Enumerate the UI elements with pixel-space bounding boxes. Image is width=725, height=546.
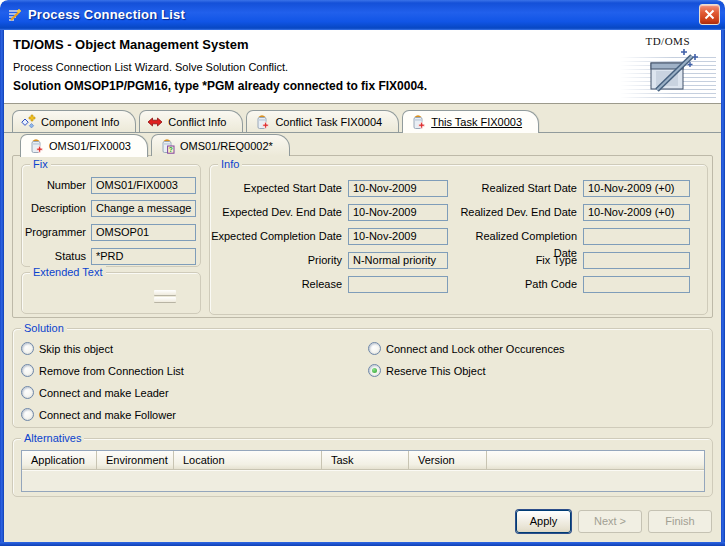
wizard-title: TD/OMS - Object Management System xyxy=(13,37,249,52)
alternatives-table-header: Application Environment Location Task Ve… xyxy=(22,451,704,470)
request-task-jar-icon: ? xyxy=(159,138,175,154)
number-field[interactable]: OMS01/FIX0003 xyxy=(91,177,196,194)
wizard-subtitle: Process Connection List Wizard. Solve So… xyxy=(13,61,288,73)
status-field[interactable]: *PRD xyxy=(91,248,196,265)
main-tab-folder: Component Info Conflict Info Conflict Ta… xyxy=(4,110,721,133)
logo-text: TD/OMS xyxy=(645,35,690,47)
window-border-bottom xyxy=(0,542,725,546)
number-label: Number xyxy=(24,177,86,194)
radio-label: Connect and Lock other Occurences xyxy=(386,343,565,355)
priority-label: Priority xyxy=(210,252,342,269)
column-header-location[interactable]: Location xyxy=(174,451,322,470)
radio-connect-and-make-leader[interactable]: Connect and make Leader xyxy=(21,385,169,400)
info-group-caption: Info xyxy=(218,157,242,171)
radio-label: Connect and make Leader xyxy=(39,387,169,399)
radio-connect-and-lock-other-occurences[interactable]: Connect and Lock other Occurences xyxy=(368,341,565,356)
wizard-window-icon xyxy=(648,47,706,95)
radio-connect-and-make-follower[interactable]: Connect and make Follower xyxy=(21,407,176,422)
column-header-task[interactable]: Task xyxy=(322,451,409,470)
description-field[interactable]: Change a message xyxy=(91,200,196,217)
extended-text-caption: Extended Text xyxy=(30,265,106,279)
expected-start-date-label: Expected Start Date xyxy=(210,180,342,197)
fix-group: Fix Number OMS01/FIX0003 Description Cha… xyxy=(21,164,201,267)
radio-label: Reserve This Object xyxy=(386,365,485,377)
fix-task-jar-icon xyxy=(254,114,270,130)
radio-icon xyxy=(21,342,34,355)
expected-completion-date-label: Expected Completion Date xyxy=(210,228,342,245)
wizard-icon xyxy=(7,7,23,23)
radio-icon xyxy=(21,364,34,377)
radio-skip-this-object[interactable]: Skip this object xyxy=(21,341,113,356)
wizard-conflict-message: Solution OMSOP1P/PGM16, type *PGM alread… xyxy=(13,79,427,93)
radio-label: Remove from Connection List xyxy=(39,365,184,377)
expected-completion-date-field[interactable]: 10-Nov-2009 xyxy=(348,228,448,245)
tab-label: Conflict Info xyxy=(168,116,226,128)
expected-dev-end-date-label: Expected Dev. End Date xyxy=(210,204,342,221)
text-lines-icon xyxy=(154,297,176,302)
expected-start-date-field[interactable]: 10-Nov-2009 xyxy=(348,180,448,197)
tab-label: Component Info xyxy=(41,116,119,128)
svg-text:?: ? xyxy=(169,145,173,152)
tab-label: OMS01/FIX0003 xyxy=(49,140,131,152)
alternatives-table-body xyxy=(22,470,704,491)
solution-group-caption: Solution xyxy=(21,321,67,335)
info-group: Info Expected Start Date 10-Nov-2009 Exp… xyxy=(209,164,708,315)
priority-field[interactable]: N-Normal priority xyxy=(348,252,448,269)
radio-icon xyxy=(21,408,34,421)
release-label: Release xyxy=(210,276,342,293)
column-header-version[interactable]: Version xyxy=(409,451,487,470)
tab-label: OMS01/REQ0002* xyxy=(180,140,273,152)
realized-completion-date-field[interactable] xyxy=(583,228,690,245)
alternatives-table: Application Environment Location Task Ve… xyxy=(21,450,705,492)
finish-button[interactable]: Finish xyxy=(648,510,712,533)
alternatives-group-caption: Alternatives xyxy=(21,431,84,445)
next-button[interactable]: Next > xyxy=(578,510,642,533)
solution-group: Solution Skip this object Remove from Co… xyxy=(12,328,713,428)
tdoms-logo: TD/OMS xyxy=(620,31,716,101)
expected-dev-end-date-field[interactable]: 10-Nov-2009 xyxy=(348,204,448,221)
task-subtab-folder: OMS01/FIX0003 ? OMS01/REQ0002* xyxy=(4,133,721,156)
apply-button[interactable]: Apply xyxy=(516,510,571,533)
programmer-field[interactable]: OMSOP01 xyxy=(91,224,196,241)
description-label: Description xyxy=(24,200,86,217)
status-label: Status xyxy=(24,248,86,265)
realized-start-date-label: Realized Start Date xyxy=(453,180,577,197)
fix-type-label: Fix Type xyxy=(453,252,577,269)
window-border-left xyxy=(0,30,4,546)
radio-icon xyxy=(368,342,381,355)
programmer-label: Programmer xyxy=(24,224,86,241)
radio-reserve-this-object[interactable]: Reserve This Object xyxy=(368,363,485,378)
alternatives-group: Alternatives Application Environment Loc… xyxy=(12,438,713,497)
extended-text-button[interactable] xyxy=(154,290,176,306)
fix-task-jar-icon xyxy=(28,138,44,154)
tab-this-task-fix0003[interactable]: This Task FIX0003 xyxy=(402,110,539,133)
release-field[interactable] xyxy=(348,276,448,293)
radio-icon xyxy=(21,386,34,399)
process-connection-list-dialog: Process Connection List TD/OMS - Object … xyxy=(0,0,725,546)
tab-conflict-task-fix0004[interactable]: Conflict Task FIX0004 xyxy=(246,110,399,132)
close-button[interactable] xyxy=(699,4,720,25)
subtab-oms01-fix0003[interactable]: OMS01/FIX0003 xyxy=(20,134,148,157)
column-header-application[interactable]: Application xyxy=(22,451,97,470)
text-lines-icon xyxy=(154,290,176,295)
subtab-oms01-req0002[interactable]: ? OMS01/REQ0002* xyxy=(151,134,290,156)
fix-group-caption: Fix xyxy=(30,157,51,171)
column-header-environment[interactable]: Environment xyxy=(97,451,174,470)
realized-start-date-field[interactable]: 10-Nov-2009 (+0) xyxy=(583,180,690,197)
path-code-field[interactable] xyxy=(583,276,690,293)
fix-task-jar-icon xyxy=(410,114,426,130)
extended-text-group: Extended Text xyxy=(21,272,201,314)
component-info-icon xyxy=(20,114,36,130)
radio-selected-icon xyxy=(368,364,381,377)
fix-type-field[interactable] xyxy=(583,252,690,269)
tab-conflict-info[interactable]: Conflict Info xyxy=(139,110,243,132)
path-code-label: Path Code xyxy=(453,276,577,293)
tab-component-info[interactable]: Component Info xyxy=(12,110,136,132)
realized-dev-end-date-field[interactable]: 10-Nov-2009 (+0) xyxy=(583,204,690,221)
titlebar[interactable]: Process Connection List xyxy=(0,0,725,30)
close-icon xyxy=(704,9,715,20)
window-border-right xyxy=(721,30,725,546)
radio-remove-from-connection-list[interactable]: Remove from Connection List xyxy=(21,363,184,378)
conflict-arrows-icon xyxy=(147,114,163,130)
column-header-filler xyxy=(487,451,704,470)
